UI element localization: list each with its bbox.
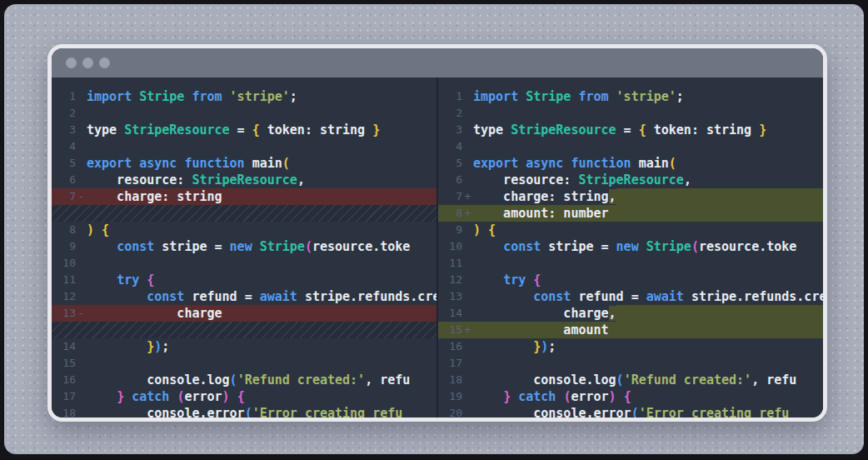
line-number: 18	[52, 405, 76, 418]
code-line: 7- charge: string	[52, 188, 436, 205]
code-line: 20 console.error('Error creating refu	[438, 405, 823, 418]
diff-sign: +	[462, 205, 473, 222]
code-line: 11	[438, 255, 823, 272]
code-line: 6 resource: StripeResource,	[438, 172, 823, 188]
line-gutter: 13	[438, 288, 473, 305]
code-line: 15	[52, 355, 436, 372]
code-line: 2	[438, 105, 823, 122]
line-gutter: 13-	[52, 305, 87, 322]
line-gutter: 3	[438, 122, 473, 138]
code-text: import Stripe from 'stripe';	[87, 88, 297, 105]
code-text: const stripe = new Stripe(resource.toke	[473, 238, 796, 255]
desktop-background: 1import Stripe from 'stripe';23type Stri…	[4, 4, 864, 454]
code-line: 9 const stripe = new Stripe(resource.tok…	[52, 238, 436, 255]
code-text: charge: string,	[473, 188, 616, 205]
code-line: 12 const refund = await stripe.refunds.c…	[52, 288, 436, 305]
code-line: 5export async function main(	[438, 155, 823, 172]
code-text: export async function main(	[87, 155, 290, 172]
line-gutter: 12	[52, 288, 87, 305]
code-text: charge: string	[87, 188, 222, 205]
line-number: 10	[439, 238, 462, 255]
line-gutter: 16	[52, 372, 87, 388]
line-number: 11	[439, 255, 462, 272]
diff-panel-old[interactable]: 1import Stripe from 'stripe';23type Stri…	[52, 78, 436, 418]
code-line: 16 });	[438, 338, 823, 355]
line-gutter: 6	[438, 172, 473, 188]
line-number: 7	[52, 188, 76, 205]
code-line: 19 } catch (error) {	[438, 388, 823, 405]
line-number: 2	[439, 105, 462, 122]
close-button[interactable]	[66, 58, 77, 68]
line-gutter: 2	[52, 105, 87, 122]
code-line: 18 console.error('Error creating refu	[52, 405, 436, 418]
line-gutter: 17	[52, 388, 87, 405]
line-gutter: 18	[52, 405, 87, 418]
code-line: 5export async function main(	[52, 155, 436, 172]
code-text: } catch (error) {	[87, 388, 245, 405]
line-gutter: 7+	[438, 188, 473, 205]
line-number: 12	[52, 288, 76, 305]
diff-panel-new[interactable]: 1import Stripe from 'stripe';23type Stri…	[438, 78, 823, 418]
diff-sign: +	[462, 188, 473, 205]
line-number: 4	[439, 138, 462, 155]
code-text: const refund = await stripe.refunds.cre	[87, 288, 436, 305]
diff-editor-window: 1import Stripe from 'stripe';23type Stri…	[47, 44, 827, 422]
line-number: 9	[52, 238, 76, 255]
code-text: amount: number	[473, 205, 609, 222]
code-line: 13- charge	[52, 305, 436, 322]
line-number: 8	[439, 205, 462, 222]
line-gutter: 4	[52, 138, 87, 155]
line-gutter: 16	[438, 338, 473, 355]
code-line: 10	[52, 255, 436, 272]
line-number: 15	[439, 322, 462, 338]
line-number: 3	[439, 122, 462, 138]
code-text: console.error('Error creating refu	[87, 405, 402, 418]
line-number: 7	[439, 188, 462, 205]
line-number: 16	[52, 372, 76, 388]
code-text: const refund = await stripe.refunds.cre	[473, 288, 823, 305]
line-number: 4	[52, 138, 76, 155]
line-gutter: 19	[438, 388, 473, 405]
line-gutter: 9	[52, 238, 87, 255]
code-line: 7+ charge: string,	[438, 188, 823, 205]
line-number: 16	[439, 338, 462, 355]
line-gutter: 1	[438, 88, 473, 105]
code-line: 8) {	[52, 222, 436, 238]
line-number: 14	[52, 338, 76, 355]
code-line: 18 console.log('Refund created:', refu	[438, 372, 823, 388]
code-text: type StripeResource = { token: string }	[87, 122, 380, 138]
diff-sign: +	[462, 322, 473, 338]
code-line: 2	[52, 105, 436, 122]
code-text: });	[87, 338, 169, 355]
code-line: 11 try {	[52, 272, 436, 288]
line-number: 12	[439, 272, 462, 288]
line-number: 14	[439, 305, 462, 322]
diff-content: 1import Stripe from 'stripe';23type Stri…	[52, 78, 823, 418]
code-line: 14 });	[52, 338, 436, 355]
line-gutter: 17	[438, 355, 473, 372]
line-number: 13	[439, 288, 462, 305]
code-text: amount	[473, 322, 609, 338]
code-text: } catch (error) {	[473, 388, 631, 405]
line-gutter: 15+	[438, 322, 473, 338]
maximize-button[interactable]	[99, 58, 110, 68]
line-gutter: 10	[438, 238, 473, 255]
line-number: 13	[52, 305, 76, 322]
code-text: console.error('Error creating refu	[473, 405, 789, 418]
line-number: 11	[52, 272, 76, 288]
code-text: try {	[473, 272, 541, 288]
code-line: 8+ amount: number	[438, 205, 823, 222]
line-gutter: 4	[438, 138, 473, 155]
diff-filler-row	[52, 322, 436, 338]
minimize-button[interactable]	[82, 58, 93, 68]
code-line: 1import Stripe from 'stripe';	[52, 88, 436, 105]
line-gutter: 9	[438, 222, 473, 238]
code-line: 15+ amount	[438, 322, 823, 338]
code-line: 1import Stripe from 'stripe';	[438, 88, 823, 105]
line-gutter: 8	[52, 222, 87, 238]
code-line: 13 const refund = await stripe.refunds.c…	[438, 288, 823, 305]
code-line: 14 charge,	[438, 305, 823, 322]
code-text: ) {	[473, 222, 496, 238]
line-gutter: 12	[438, 272, 473, 288]
line-number: 19	[439, 388, 462, 405]
